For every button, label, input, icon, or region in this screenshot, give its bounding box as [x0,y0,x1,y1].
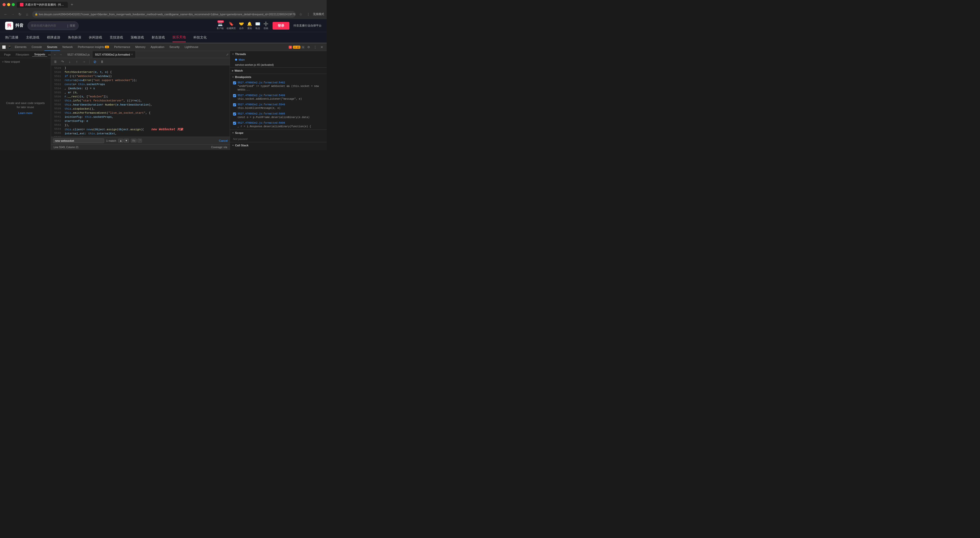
search-cancel-button[interactable]: Cancel [219,139,228,142]
active-tab[interactable]: 抖 天霸大哥™的抖音直播间 - 抖音 × [17,2,68,8]
expand-panel-icon[interactable]: ⤢ [226,53,229,56]
tab-network[interactable]: Network [60,43,75,51]
search-match-case-button[interactable]: Aa [131,139,137,143]
scope-header[interactable]: ▼ Scope [230,130,327,136]
device-toggle-icon[interactable]: 📱 [6,44,12,50]
cat-entertainment[interactable]: 娱乐天地 [172,33,186,42]
cat-role[interactable]: 角色扮演 [68,33,81,42]
cat-hot-live[interactable]: 热门直播 [5,33,18,42]
tab-security[interactable]: Security [167,43,182,51]
cat-console[interactable]: 主机游戏 [26,33,39,42]
cat-shooting[interactable]: 射击游戏 [151,33,165,42]
cat-strategy[interactable]: 策略游戏 [130,33,144,42]
panel-tab-more[interactable]: ›› [48,52,51,57]
notify-action[interactable]: 🔔 通知 [247,21,252,30]
pause-on-exception-button[interactable]: ⏸ [99,59,105,65]
threads-header[interactable]: ▼ Threads [230,51,327,57]
bp-file-5605[interactable]: 5527.470083e2.js:formatted:5605 [238,112,310,116]
bp-file-5549[interactable]: 5527.470083e2.js:formatted:5549 [238,103,285,106]
minimize-button[interactable] [7,3,10,6]
panel-tab-filesystem[interactable]: Filesystem [14,52,32,57]
search-options: Aa .* [131,139,142,143]
tab-application[interactable]: Application [148,43,167,51]
bp-file-5492[interactable]: 5527.470083e2.js:formatted:5492 [238,81,324,85]
settings-gear-icon[interactable]: ⚙ [306,44,311,50]
settings-icon[interactable]: ⋮ [305,11,311,17]
thread-service-worker[interactable]: service-worker.js #0 (activated) [230,62,327,67]
code-line-5539: this.stopSocket(), [65,107,228,111]
bp-checkbox-5606[interactable] [233,122,236,125]
close-devtools-icon[interactable]: ✕ [319,44,325,50]
brand-name: 抖音 [15,23,24,28]
tab-lighthouse[interactable]: Lighthouse [182,43,201,51]
pause-button[interactable]: ⏸ [52,59,58,65]
step-over-button[interactable]: ↷ [60,59,65,65]
forward-button[interactable]: → [10,11,16,17]
refresh-button[interactable]: ↻ [17,11,23,17]
callstack-header[interactable]: ▼ Call Stack [230,142,327,148]
tab-console[interactable]: Console [29,43,45,51]
cat-casual[interactable]: 休闲游戏 [89,33,102,42]
search-next-button[interactable]: ▼ [124,139,129,143]
new-snippet-button[interactable]: + New snippet [2,60,20,63]
step-button[interactable]: → [81,59,87,65]
watch-header[interactable]: ▶ Watch [230,68,327,74]
tab-nav-fwd-icon[interactable]: → [58,52,63,57]
search-prev-button[interactable]: ▲ [118,139,123,143]
more-options-icon[interactable]: ⋮ [312,44,318,50]
bookmark-action[interactable]: 🔖 收藏网页 [227,21,236,30]
tab-elements[interactable]: Elements [12,43,29,51]
mode-label: 无痕模式 [313,12,324,16]
cat-competitive[interactable]: 竞技游戏 [110,33,123,42]
tab-memory[interactable]: Memory [133,43,148,51]
deactivate-breakpoints-button[interactable]: ⊘ [92,59,98,65]
bp-file-5499[interactable]: 5527.470083e2.js:formatted:5499 [238,94,302,97]
bp-checkbox-5549[interactable] [233,103,236,106]
tab-nav-back-icon[interactable]: ← [52,52,58,57]
bp-text-5605: 5527.470083e2.js:formatted:5605 const o … [238,112,310,119]
search-regex-button[interactable]: .* [138,139,142,143]
file-tab-unformatted[interactable]: 5527.470083e2.js [65,51,92,58]
file-tab-formatted[interactable]: 5527.470083e2.js:formatted ✕ [92,51,136,58]
snippets-actions: + New snippet [0,58,51,65]
file-tab-close-icon[interactable]: ✕ [131,53,133,56]
message-action[interactable]: ✉️ 私信 [255,21,260,30]
bp-checkbox-5492[interactable] [233,81,236,84]
thread-main[interactable]: Main [230,57,327,62]
bp-text-5549: 5527.470083e2.js:formatted:5549 this.bin… [238,103,285,110]
close-button[interactable] [3,3,6,6]
site-search[interactable]: 搜索你感兴趣的内容 | 搜索 [27,21,79,30]
upload-action[interactable]: ➕ 投稿 [263,21,269,30]
code-content[interactable]: } fetchSocketServer(e, t, o) { if (!(!"W… [62,65,230,136]
panel-tab-page[interactable]: Page [2,52,13,57]
step-out-button[interactable]: ↑ [74,59,80,65]
tab-performance-insights[interactable]: Performance insights ⚠ [75,43,111,51]
cat-board[interactable]: 棋牌桌游 [47,33,60,42]
inspect-element-icon[interactable]: ⬜ [1,44,6,50]
breakpoints-header[interactable]: ▼ Breakpoints [230,74,327,80]
cat-tech[interactable]: 科技文化 [193,33,207,42]
scope-title: Scope [235,131,243,134]
step-into-button[interactable]: ↓ [67,59,73,65]
partner-label: 合作 [239,27,244,30]
tab-performance[interactable]: Performance [111,43,133,51]
home-button[interactable]: ⌂ [24,11,30,17]
bp-file-5606[interactable]: 5527.470083e2.js:formatted:5606 [238,121,311,125]
panel-tab-snippets[interactable]: Snippets [32,52,47,57]
search-btn[interactable]: 搜索 [70,24,75,27]
code-line-5529: } [65,66,228,70]
partner-action[interactable]: 🤝 合作 [239,21,244,30]
url-bar[interactable]: 🔒 live.douyin.com/42964345431031?cover_t… [32,11,296,17]
search-input[interactable] [53,138,104,143]
tab-sources[interactable]: Sources [45,43,60,51]
platform-link[interactable]: 抖音直播行业自律平台 [293,24,321,27]
bp-checkbox-5605[interactable] [233,113,236,116]
bp-checkbox-5499[interactable] [233,94,236,97]
learn-more-link[interactable]: Learn more [18,111,32,114]
bookmark-icon[interactable]: ☆ [298,11,304,17]
client-action[interactable]: NEW 💻 客户端 [217,21,224,30]
back-button[interactable]: ← [3,11,9,17]
maximize-button[interactable] [12,3,15,6]
new-tab-button[interactable]: + [69,2,75,8]
login-button[interactable]: 登录 [272,22,290,30]
